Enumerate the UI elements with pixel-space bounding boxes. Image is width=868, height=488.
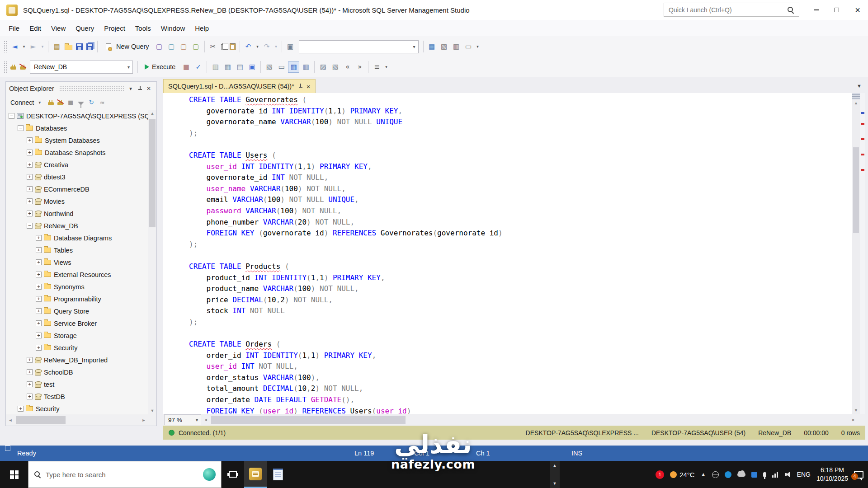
scrollbar-thumb[interactable]	[16, 416, 66, 424]
tree-item-external-resources[interactable]: +External Resources	[6, 268, 148, 281]
tree-item-system-databases[interactable]: +System Databases	[6, 134, 148, 146]
taskbar-overflow-scroller[interactable]: ▲ ▼	[550, 461, 560, 488]
new-dax-query-icon[interactable]: ▢	[190, 41, 202, 52]
scroll-right-icon[interactable]: ►	[139, 418, 148, 422]
tree-item-tables[interactable]: +Tables	[6, 244, 148, 256]
connect-server-icon[interactable]	[48, 102, 54, 105]
toolbar-options-caret-icon[interactable]: ▾	[475, 41, 481, 52]
tree-item-test[interactable]: +test	[6, 378, 148, 390]
query-options-icon[interactable]: ▤	[234, 61, 245, 73]
scrollbar-thumb[interactable]	[149, 119, 156, 227]
editor-change-connection-icon[interactable]	[20, 66, 26, 70]
code-line[interactable]: user_id INT NOT NULL,	[189, 361, 503, 372]
tree-item-programmability[interactable]: +Programmability	[6, 293, 148, 305]
tree-item-renew-db[interactable]: −ReNew_DB	[6, 220, 148, 232]
expand-icon[interactable]: +	[36, 308, 42, 314]
nav-backward-caret-icon[interactable]: ▾	[21, 41, 27, 52]
solution-explorer-icon[interactable]: ▦	[426, 41, 438, 52]
nav-backward-icon[interactable]: ◄	[9, 41, 20, 52]
search-highlights-icon[interactable]	[203, 468, 216, 481]
code-line[interactable]	[189, 139, 503, 150]
code-line[interactable]: total_amount DECIMAL(10,2) NOT NULL,	[189, 383, 503, 394]
save-all-icon[interactable]	[86, 43, 93, 50]
code-line[interactable]: stock INT NOT NULL	[189, 305, 503, 317]
sqlcmd-mode-icon[interactable]: ≡	[371, 61, 382, 73]
volume-icon[interactable]	[785, 472, 791, 478]
taskbar-ssms-button[interactable]	[244, 461, 267, 488]
code-line[interactable]: order_id INT IDENTITY(1,1) PRIMARY KEY,	[189, 350, 503, 361]
expand-icon[interactable]: +	[27, 369, 33, 375]
code-line[interactable]: FOREIGN KEY (governorate_id) REFERENCES …	[189, 228, 503, 239]
expand-icon[interactable]: +	[36, 296, 42, 302]
outdent-icon[interactable]: «	[342, 61, 353, 73]
results-to-grid-icon[interactable]: ▦	[288, 61, 299, 73]
nav-forward-caret-icon[interactable]: ▾	[40, 41, 45, 52]
minimize-button[interactable]	[806, 0, 826, 20]
new-xmla-query-icon[interactable]: ▢	[178, 41, 189, 52]
scroll-down-icon[interactable]: ▼	[148, 407, 156, 414]
code-line[interactable]	[189, 328, 503, 339]
scroll-up-icon[interactable]: ▲	[553, 463, 557, 468]
collapse-icon[interactable]: −	[18, 125, 24, 131]
collapse-icon[interactable]: −	[9, 113, 14, 119]
execute-button[interactable]: Execute	[140, 61, 180, 73]
code-line[interactable]: );	[189, 128, 503, 139]
editor-vertical-scrollbar[interactable]: ▲ ▼	[852, 93, 860, 414]
microphone-icon[interactable]	[763, 472, 766, 477]
code-line[interactable]: governorate_id INT IDENTITY(1,1) PRIMARY…	[189, 106, 503, 117]
action-center-icon[interactable]: 4	[854, 471, 863, 479]
menu-view[interactable]: View	[46, 20, 71, 36]
actual-plan-icon[interactable]: ▧	[264, 61, 275, 73]
app-tray-icon[interactable]	[725, 471, 731, 478]
tree-item-testdb[interactable]: +TestDB	[6, 390, 148, 403]
weather-widget[interactable]: 24°C	[670, 471, 695, 479]
expand-icon[interactable]: +	[27, 198, 33, 204]
new-query-button[interactable]: New Query	[100, 40, 153, 53]
code-line[interactable]: product_name VARCHAR(100) NOT NULL,	[189, 283, 503, 295]
tree-item-renew-db-imported[interactable]: +ReNew_DB_Imported	[6, 354, 148, 366]
stop-icon[interactable]: ■	[66, 98, 75, 108]
tree-item-dbtest3[interactable]: +dbtest3	[6, 171, 148, 183]
tree-item-service-broker[interactable]: +Service Broker	[6, 317, 148, 329]
tree-item-security[interactable]: +Security	[6, 342, 148, 354]
disconnect-server-icon[interactable]	[57, 102, 63, 105]
pin-icon[interactable]	[135, 84, 144, 93]
language-indicator[interactable]: ENG	[797, 471, 811, 478]
code-line[interactable]: phone_number VARCHAR(20) NOT NULL,	[189, 217, 503, 228]
window-position-chevron-icon[interactable]: ▾	[126, 84, 135, 93]
teams-tray-icon[interactable]	[751, 472, 757, 478]
tree-item-northwind[interactable]: +Northwind	[6, 207, 148, 220]
menu-project[interactable]: Project	[99, 20, 130, 36]
code-line[interactable]: CREATE TABLE Governorates (	[189, 94, 503, 106]
expand-icon[interactable]: +	[18, 406, 24, 412]
menu-tools[interactable]: Tools	[130, 20, 156, 36]
toolbar2-options-caret-icon[interactable]: ▾	[383, 61, 389, 73]
expand-icon[interactable]: +	[27, 211, 33, 216]
scroll-left-icon[interactable]: ◄	[6, 418, 15, 422]
code-line[interactable]: user_name VARCHAR(100) NOT NULL,	[189, 183, 503, 195]
collapse-icon[interactable]: −	[27, 223, 33, 229]
estimated-plan-icon[interactable]: ▥	[210, 61, 221, 73]
properties-window-icon[interactable]: ▧	[439, 41, 450, 52]
menu-window[interactable]: Window	[156, 20, 190, 36]
expand-icon[interactable]: +	[27, 150, 33, 155]
expand-icon[interactable]: +	[27, 381, 33, 387]
expand-icon[interactable]: +	[27, 394, 33, 399]
object-explorer-vertical-scrollbar[interactable]: ▲ ▼	[148, 110, 156, 414]
open-file-icon[interactable]	[65, 45, 72, 50]
refresh-icon[interactable]: ↻	[86, 98, 96, 108]
tree-item-synonyms[interactable]: +Synonyms	[6, 281, 148, 293]
code-line[interactable]: );	[189, 317, 503, 328]
menu-query[interactable]: Query	[71, 20, 99, 36]
editor-connect-icon[interactable]	[10, 66, 16, 70]
filter-icon[interactable]	[78, 102, 84, 105]
expand-icon[interactable]: +	[36, 259, 42, 265]
code-line[interactable]: governorate_id INT NOT NULL,	[189, 172, 503, 183]
code-editor-surface[interactable]: CREATE TABLE Governorates ( governorate_…	[163, 93, 852, 414]
tree-item-database-diagrams[interactable]: +Database Diagrams	[6, 232, 148, 244]
expand-icon[interactable]: +	[36, 235, 42, 241]
code-line[interactable]: product_id INT IDENTITY(1,1) PRIMARY KEY…	[189, 272, 503, 284]
nav-forward-icon[interactable]: ►	[28, 41, 39, 52]
scroll-right-icon[interactable]: ►	[849, 418, 858, 422]
tree-item-database-snapshots[interactable]: +Database Snapshots	[6, 146, 148, 159]
